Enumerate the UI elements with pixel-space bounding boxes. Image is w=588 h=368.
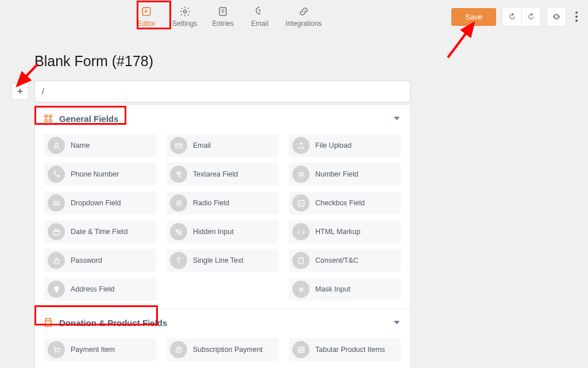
chevron-down-icon xyxy=(394,117,400,120)
donation-fields-icon xyxy=(43,317,53,328)
field-label: Payment Item xyxy=(71,346,115,354)
nav-label: Settings xyxy=(172,20,197,28)
section-title: General Fields xyxy=(59,114,118,124)
field-item[interactable]: Checkbox Field xyxy=(289,191,401,214)
field-label: File Upload xyxy=(315,141,351,150)
field-label: Textarea Field xyxy=(193,170,238,178)
nav-tab-settings[interactable]: Settings xyxy=(169,3,200,31)
field-label: Date & Time Field xyxy=(71,228,127,236)
nav-tab-integrations[interactable]: Integrations xyxy=(282,3,325,31)
svg-point-6 xyxy=(49,120,52,122)
undo-button[interactable] xyxy=(502,7,521,26)
svg-rect-13 xyxy=(54,260,59,263)
svg-point-16 xyxy=(55,352,56,353)
field-item[interactable]: Name xyxy=(44,134,156,157)
svg-point-5 xyxy=(45,120,48,122)
redo-icon xyxy=(527,12,536,21)
settings-icon xyxy=(179,6,191,17)
grid-icon xyxy=(292,341,310,358)
field-item[interactable]: Mask Input xyxy=(289,278,401,301)
section-general-header[interactable]: General Fields xyxy=(35,105,410,132)
svg-point-1 xyxy=(183,10,186,13)
field-panel: General Fields NameEmailFile UploadPhone… xyxy=(34,105,411,368)
field-label: Tabular Product Items xyxy=(315,346,385,354)
field-item[interactable]: Date & Time Field xyxy=(44,220,156,243)
nav-tab-email[interactable]: Email xyxy=(245,3,274,31)
asterisk-icon xyxy=(292,281,310,298)
svg-rect-14 xyxy=(299,258,303,263)
field-item[interactable]: HTML Markup xyxy=(289,220,401,243)
email-icon xyxy=(254,6,265,17)
nav-label: Integrations xyxy=(285,20,322,28)
field-item[interactable]: Email xyxy=(167,134,278,157)
svg-rect-15 xyxy=(300,257,302,259)
field-label: Checkbox Field xyxy=(315,199,365,207)
field-item[interactable]: Hidden Input xyxy=(167,220,278,243)
svg-point-3 xyxy=(45,115,48,118)
field-label: Email xyxy=(193,141,211,150)
field-item[interactable]: Number Field xyxy=(289,163,401,186)
entries-icon xyxy=(217,6,229,17)
page-title: Blank Form (#178) xyxy=(34,53,153,70)
redo-button[interactable] xyxy=(521,7,541,26)
field-label: Number Field xyxy=(315,170,358,178)
lock-icon xyxy=(48,252,65,269)
field-item[interactable]: File Upload xyxy=(289,134,401,157)
svg-point-17 xyxy=(57,352,59,353)
svg-rect-12 xyxy=(53,229,59,235)
field-label: Hidden Input xyxy=(193,228,234,236)
phone-icon xyxy=(48,166,65,183)
eye-off-icon xyxy=(170,223,187,240)
para-icon xyxy=(170,166,187,183)
mail-icon xyxy=(170,137,187,154)
field-item[interactable]: Consent/T&C xyxy=(289,249,401,272)
user-icon xyxy=(48,137,65,154)
donation-fields-grid: Payment ItemSubscription PaymentTabular … xyxy=(35,336,410,368)
preview-button[interactable] xyxy=(547,7,566,26)
dollar-icon xyxy=(170,341,187,358)
add-block-button[interactable]: + xyxy=(11,83,29,100)
svg-rect-2 xyxy=(220,7,227,15)
field-item[interactable]: Phone Number xyxy=(44,163,156,186)
code-icon xyxy=(292,223,310,240)
nav-tab-editor[interactable]: Editor xyxy=(132,3,161,31)
hash-icon xyxy=(292,166,310,183)
field-item[interactable]: Address Field xyxy=(44,278,156,301)
section-title: Donation & Product Fields xyxy=(59,318,167,328)
integrations-icon xyxy=(298,6,310,17)
section-donation-header[interactable]: Donation & Product Fields xyxy=(35,309,410,336)
field-item[interactable]: Tabular Product Items xyxy=(289,338,401,361)
svg-rect-8 xyxy=(53,201,59,205)
field-label: Name xyxy=(71,141,90,150)
nav-label: Editor xyxy=(137,20,155,28)
field-label: HTML Markup xyxy=(315,228,361,236)
field-item[interactable]: Payment Item xyxy=(44,338,156,361)
svg-point-10 xyxy=(177,202,180,204)
field-item[interactable]: Radio Field xyxy=(167,191,278,214)
field-item[interactable]: Single Line Text xyxy=(167,249,278,272)
field-label: Single Line Text xyxy=(193,256,243,264)
save-button[interactable]: Save xyxy=(451,8,496,26)
text-icon xyxy=(170,252,187,269)
field-label: Consent/T&C xyxy=(315,256,358,264)
field-item[interactable]: Textarea Field xyxy=(167,163,278,186)
field-label: Address Field xyxy=(71,285,114,293)
field-label: Password xyxy=(71,256,102,264)
field-item[interactable]: Dropdown Field xyxy=(44,191,156,214)
field-item[interactable]: Password xyxy=(44,249,156,272)
field-label: Phone Number xyxy=(71,170,119,178)
check-icon xyxy=(292,194,310,212)
svg-rect-19 xyxy=(298,347,304,352)
pin-icon xyxy=(48,281,65,298)
block-search-input[interactable] xyxy=(34,80,411,102)
field-item[interactable]: Subscription Payment xyxy=(167,338,278,361)
nav-label: Entries xyxy=(212,20,234,28)
field-label: Subscription Payment xyxy=(193,346,263,354)
more-menu-button[interactable] xyxy=(575,12,578,22)
chev-icon xyxy=(48,194,65,212)
undo-icon xyxy=(508,12,517,21)
general-fields-grid: NameEmailFile UploadPhone NumberTextarea… xyxy=(35,132,410,309)
nav-tab-entries[interactable]: Entries xyxy=(208,3,237,31)
calendar-icon xyxy=(48,223,65,240)
upload-icon xyxy=(292,137,310,154)
